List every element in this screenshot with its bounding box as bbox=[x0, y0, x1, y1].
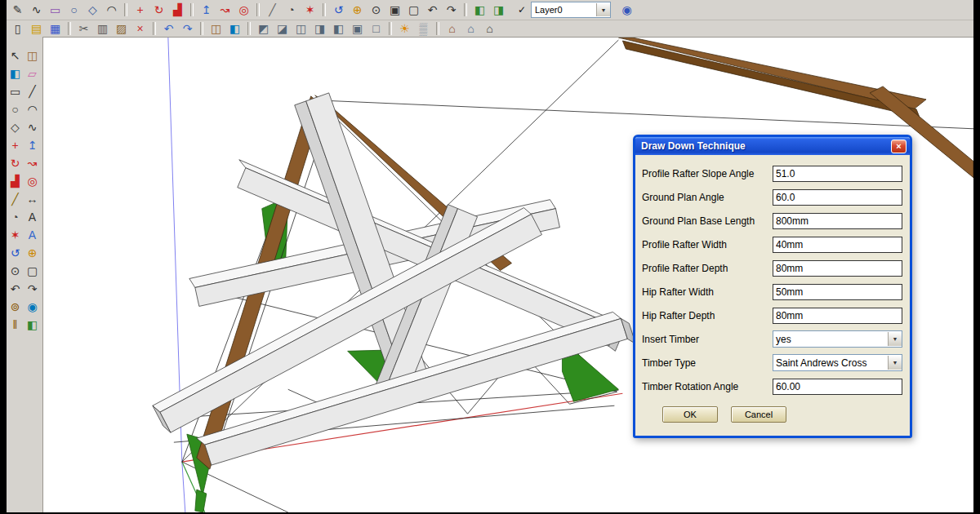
zoom-extents-icon[interactable]: ▢ bbox=[24, 262, 41, 280]
tape-measure-icon[interactable]: ╱ bbox=[7, 190, 24, 208]
look-around-icon[interactable]: ◉ bbox=[24, 298, 41, 316]
rectangle-tool-icon[interactable]: ▭ bbox=[46, 2, 65, 18]
pushpull-tool-icon[interactable]: ↥ bbox=[24, 136, 41, 154]
field-label: Profile Rafter Width bbox=[642, 239, 773, 250]
previous-view-icon[interactable]: ↶ bbox=[423, 2, 442, 18]
field-input[interactable] bbox=[773, 308, 902, 324]
rotate-tool-icon[interactable]: ↻ bbox=[149, 2, 168, 18]
dimension-tool-icon[interactable]: ↔ bbox=[24, 190, 41, 208]
sphere-icon[interactable]: ◉ bbox=[617, 2, 636, 18]
scale-tool-icon[interactable]: ▟ bbox=[7, 172, 24, 190]
followme-tool-icon[interactable]: ↝ bbox=[216, 2, 234, 18]
previous-view-icon[interactable]: ↶ bbox=[7, 280, 24, 298]
field-input[interactable] bbox=[773, 260, 902, 277]
undo-icon[interactable]: ↶ bbox=[159, 20, 178, 37]
field-input[interactable] bbox=[773, 166, 902, 182]
chevron-down-icon[interactable]: ▼ bbox=[888, 356, 902, 370]
zoom-window-icon[interactable]: ▣ bbox=[385, 2, 404, 18]
ok-button[interactable]: OK bbox=[662, 406, 718, 423]
bottom-view-icon[interactable]: □ bbox=[367, 20, 385, 37]
rectangle-tool-icon[interactable]: ▭ bbox=[7, 82, 24, 100]
save-file-icon[interactable]: ▦ bbox=[46, 20, 65, 37]
arc-tool-icon[interactable]: ◠ bbox=[102, 2, 121, 18]
move-tool-icon[interactable]: + bbox=[7, 136, 24, 154]
copy-icon[interactable]: ▥ bbox=[93, 20, 112, 37]
plan-view-icon[interactable]: ⌂ bbox=[461, 20, 480, 37]
erase-icon[interactable]: × bbox=[131, 20, 149, 37]
field-select[interactable]: yes ▼ bbox=[773, 330, 902, 348]
pushpull-tool-icon[interactable]: ↥ bbox=[197, 2, 216, 18]
polygon-tool-icon[interactable]: ◇ bbox=[83, 2, 102, 18]
protractor-icon[interactable]: ◔ bbox=[282, 2, 301, 18]
freehand-tool-icon[interactable]: ∿ bbox=[27, 2, 46, 18]
left-view-icon[interactable]: ▣ bbox=[348, 20, 367, 37]
pan-tool-icon[interactable]: ⊕ bbox=[24, 244, 41, 262]
chevron-down-icon[interactable]: ▼ bbox=[888, 332, 902, 346]
section-plane-icon[interactable]: ◧ bbox=[24, 316, 41, 334]
layer-combo[interactable]: Layer0 ▼ bbox=[531, 2, 611, 18]
circle-tool-icon[interactable]: ○ bbox=[7, 100, 24, 118]
paste-icon[interactable]: ▨ bbox=[112, 20, 131, 37]
axes-tool-icon[interactable]: ✶ bbox=[301, 2, 319, 18]
line-tool-icon[interactable]: ╱ bbox=[24, 82, 41, 100]
position-camera-icon[interactable]: ⊚ bbox=[7, 298, 24, 316]
house-icon[interactable]: ⌂ bbox=[443, 20, 461, 37]
offset-tool-icon[interactable]: ◎ bbox=[234, 2, 253, 18]
field-input[interactable] bbox=[773, 189, 902, 206]
next-view-icon[interactable]: ↷ bbox=[442, 2, 461, 18]
new-file-icon[interactable]: ▯ bbox=[8, 20, 27, 37]
chevron-down-icon[interactable]: ▼ bbox=[596, 3, 610, 16]
text-tool-icon[interactable]: A bbox=[24, 208, 41, 226]
cancel-button[interactable]: Cancel bbox=[731, 406, 786, 423]
axes-tool-icon[interactable]: ✶ bbox=[7, 226, 24, 244]
field-input[interactable] bbox=[773, 237, 902, 253]
cut-icon[interactable]: ✂ bbox=[74, 20, 93, 37]
polygon-tool-icon[interactable]: ◇ bbox=[7, 118, 24, 136]
pan-tool-icon[interactable]: ⊕ bbox=[348, 2, 367, 18]
circle-tool-icon[interactable]: ○ bbox=[65, 2, 83, 18]
field-input[interactable] bbox=[773, 213, 902, 229]
walk-tool-icon[interactable]: ‖ bbox=[7, 316, 24, 334]
make-component-icon[interactable]: ◫ bbox=[24, 47, 41, 64]
paint-bucket-icon[interactable]: ◧ bbox=[225, 20, 244, 37]
field-select[interactable]: Saint Andrews Cross ▼ bbox=[773, 354, 902, 371]
zoom-tool-icon[interactable]: ⊙ bbox=[367, 2, 385, 18]
top-view-icon[interactable]: ◪ bbox=[273, 20, 292, 37]
zoom-tool-icon[interactable]: ⊙ bbox=[7, 262, 24, 280]
toolbar-separator bbox=[256, 3, 260, 16]
iso-view-icon[interactable]: ◩ bbox=[254, 20, 273, 37]
make-component-icon[interactable]: ◫ bbox=[207, 20, 225, 37]
fog-icon[interactable]: ▒ bbox=[414, 20, 433, 37]
field-input[interactable] bbox=[773, 379, 902, 395]
scale-tool-icon[interactable]: ▟ bbox=[168, 2, 187, 18]
select-tool-icon[interactable]: ↖ bbox=[7, 47, 24, 64]
orbit-tool-icon[interactable]: ↺ bbox=[7, 244, 24, 262]
back-view-icon[interactable]: ◧ bbox=[329, 20, 348, 37]
move-tool-icon[interactable]: + bbox=[131, 2, 149, 18]
3d-text-tool-icon[interactable]: A bbox=[24, 226, 41, 244]
right-view-icon[interactable]: ◨ bbox=[310, 20, 329, 37]
dialog-titlebar[interactable]: Draw Down Technique × bbox=[635, 137, 910, 155]
tape-measure-icon[interactable]: ╱ bbox=[263, 2, 282, 18]
offset-tool-icon[interactable]: ◎ bbox=[24, 172, 41, 190]
close-icon[interactable]: × bbox=[891, 140, 906, 153]
field-input[interactable] bbox=[773, 284, 902, 300]
open-file-icon[interactable]: ▤ bbox=[27, 20, 46, 37]
zoom-extents-icon[interactable]: ▢ bbox=[404, 2, 423, 18]
roof-icon[interactable]: ⌂ bbox=[480, 20, 499, 37]
front-view-icon[interactable]: ◫ bbox=[292, 20, 310, 37]
paint-bucket-icon[interactable]: ◧ bbox=[7, 64, 24, 82]
freehand-tool-icon[interactable]: ∿ bbox=[24, 118, 41, 136]
section-plane-icon[interactable]: ◧ bbox=[470, 2, 489, 18]
eraser-tool-icon[interactable]: ▱ bbox=[24, 64, 41, 82]
rotate-tool-icon[interactable]: ↻ bbox=[7, 154, 24, 172]
orbit-tool-icon[interactable]: ↺ bbox=[329, 2, 348, 18]
protractor-icon[interactable]: ◔ bbox=[7, 208, 24, 226]
redo-icon[interactable]: ↷ bbox=[178, 20, 197, 37]
followme-tool-icon[interactable]: ↝ bbox=[24, 154, 41, 172]
section-display-icon[interactable]: ◨ bbox=[489, 2, 508, 18]
shadows-toggle-icon[interactable]: ☀ bbox=[395, 20, 414, 37]
arc-tool-icon[interactable]: ◠ bbox=[24, 100, 41, 118]
line-tool-icon[interactable]: ✎ bbox=[8, 2, 27, 18]
next-view-icon[interactable]: ↷ bbox=[24, 280, 41, 298]
